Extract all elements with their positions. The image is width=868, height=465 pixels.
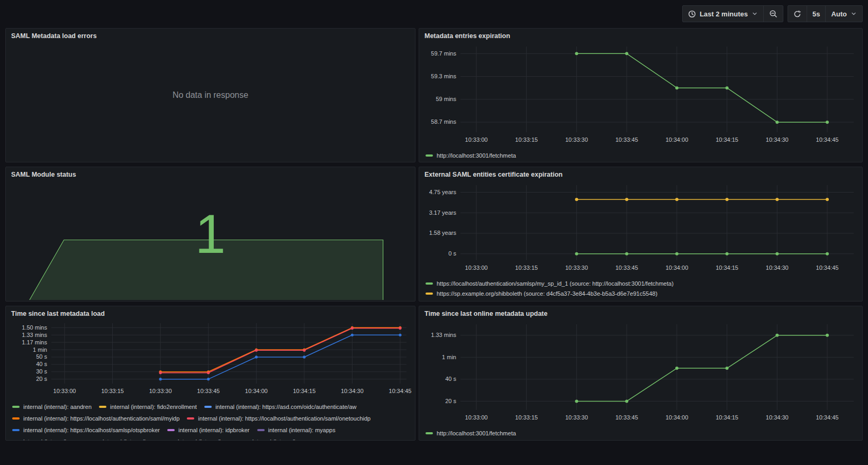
legend-series-dash: [99, 406, 106, 408]
svg-text:59.7 mins: 59.7 mins: [431, 50, 456, 57]
svg-text:10:33:45: 10:33:45: [616, 136, 638, 143]
legend-series-dash: [426, 154, 433, 157]
svg-text:1.50 mins: 1.50 mins: [22, 324, 47, 331]
metadata-entries-expiration-chart[interactable]: 10:33:0010:33:1510:33:3010:33:4510:34:00…: [423, 41, 859, 146]
svg-text:40 s: 40 s: [36, 361, 47, 367]
legend-series-label: internal (internal): wwaw: [252, 437, 315, 441]
svg-text:40 s: 40 s: [445, 376, 456, 382]
chart-legend: http://localhost:3001/fetchmeta: [423, 148, 858, 160]
svg-text:10:34:00: 10:34:00: [665, 414, 688, 421]
svg-text:10:34:15: 10:34:15: [293, 388, 315, 394]
legend-item[interactable]: internal (internal): ppe: [92, 437, 159, 441]
svg-text:10:33:30: 10:33:30: [565, 414, 588, 421]
legend-item[interactable]: internal (internal): https://localhost/a…: [187, 414, 370, 423]
legend-series-label: internal (internal): https://asd.com/oid…: [215, 403, 357, 411]
legend-series-dash: [426, 432, 433, 434]
refresh-interval-label: 5s: [812, 10, 820, 18]
auto-refresh-dropdown[interactable]: Auto: [825, 6, 862, 22]
refresh-interval-button[interactable]: 5s: [807, 6, 825, 22]
svg-text:30 s: 30 s: [36, 368, 47, 375]
svg-text:0 s: 0 s: [448, 250, 456, 257]
svg-text:50 s: 50 s: [36, 353, 47, 360]
legend-series-label: internal (internal): idpbroker: [178, 426, 250, 434]
refresh-icon: [793, 10, 801, 18]
time-since-update-chart[interactable]: 10:33:0010:33:1510:33:3010:33:4510:34:00…: [423, 319, 859, 424]
time-picker-group: Last 2 minutes: [682, 5, 783, 22]
chart-legend: internal (internal): aandreninternal (in…: [10, 399, 411, 441]
svg-text:4.75 years: 4.75 years: [429, 189, 457, 195]
svg-text:59.3 mins: 59.3 mins: [431, 73, 456, 79]
legend-series-dash: [257, 429, 265, 431]
chart-legend: http://localhost:3001/fetchmeta: [423, 426, 858, 437]
svg-text:10:34:30: 10:34:30: [341, 388, 364, 394]
svg-text:1.33 mins: 1.33 mins: [22, 332, 47, 338]
legend-series-label: internal (internal): https://localhost/a…: [23, 414, 179, 423]
svg-text:10:34:30: 10:34:30: [766, 414, 789, 421]
chevron-down-icon: [752, 11, 758, 17]
legend-series-label: internal (internal): https://localhost/a…: [198, 414, 370, 423]
legend-item[interactable]: internal (internal): aandren: [12, 403, 92, 411]
svg-text:10:33:30: 10:33:30: [565, 136, 588, 143]
svg-text:10:33:15: 10:33:15: [101, 388, 124, 394]
legend-item[interactable]: http://localhost:3001/fetchmeta: [426, 151, 516, 160]
legend-item[interactable]: https://localhost/authentication/samlsp/…: [426, 279, 856, 288]
legend-item[interactable]: https://sp.example.org/shibboleth (sourc…: [426, 289, 856, 298]
legend-item[interactable]: http://localhost:3001/fetchmeta: [426, 429, 516, 437]
svg-text:10:33:15: 10:33:15: [515, 136, 538, 143]
legend-item[interactable]: internal (internal): pss: [167, 437, 234, 441]
svg-text:10:34:45: 10:34:45: [816, 265, 839, 271]
svg-text:10:33:00: 10:33:00: [465, 414, 488, 421]
legend-series-dash: [426, 282, 433, 285]
legend-series-label: http://localhost:3001/fetchmeta: [437, 429, 516, 437]
time-range-picker-button[interactable]: Last 2 minutes: [683, 6, 763, 22]
panel-title[interactable]: SAML Module status: [6, 167, 415, 180]
legend-item[interactable]: internal (internal): myapps: [257, 426, 336, 434]
svg-text:10:34:00: 10:34:00: [665, 136, 688, 143]
svg-text:20 s: 20 s: [445, 398, 456, 404]
legend-series-label: http://localhost:3001/fetchmeta: [437, 151, 516, 160]
legend-series-dash: [204, 406, 212, 408]
svg-text:1.17 mins: 1.17 mins: [22, 339, 47, 345]
no-data-message: No data in response: [6, 29, 415, 162]
svg-text:10:34:15: 10:34:15: [716, 265, 738, 271]
zoom-out-button[interactable]: [763, 6, 783, 22]
panel-title[interactable]: Time since last online metadata update: [419, 306, 862, 319]
svg-text:10:33:30: 10:33:30: [149, 388, 172, 394]
svg-text:1 min: 1 min: [33, 347, 47, 353]
legend-series-label: internal (internal): fido2enrollment: [110, 403, 197, 411]
legend-series-label: https://localhost/authentication/samlsp/…: [437, 279, 674, 288]
svg-text:10:34:00: 10:34:00: [245, 388, 268, 394]
panel-cert-expiration: External SAML entities certificate expir…: [419, 167, 863, 302]
time-range-label: Last 2 minutes: [700, 10, 748, 18]
legend-series-label: internal (internal): myapps: [268, 426, 336, 434]
legend-series-label: https://sp.example.org/shibboleth (sourc…: [437, 289, 657, 298]
legend-item[interactable]: internal (internal): https://localhost/a…: [12, 414, 179, 423]
svg-text:10:34:00: 10:34:00: [665, 265, 688, 271]
svg-text:1 min: 1 min: [442, 354, 456, 360]
svg-text:10:34:30: 10:34:30: [766, 136, 789, 143]
svg-text:10:33:15: 10:33:15: [515, 265, 538, 271]
panel-title[interactable]: External SAML entities certificate expir…: [419, 167, 862, 180]
legend-item[interactable]: internal (internal): https://asd.com/oid…: [204, 403, 357, 411]
legend-item[interactable]: internal (internal): wwaw: [241, 437, 315, 441]
panel-time-since-online-update: Time since last online metadata update 1…: [419, 306, 863, 441]
svg-text:10:33:45: 10:33:45: [616, 265, 638, 271]
dashboard-toolbar: Last 2 minutes 5s Au: [682, 5, 863, 22]
chevron-down-icon: [851, 11, 857, 17]
panel-title[interactable]: Metadata entries expiration: [419, 29, 862, 41]
module-status-sparkline[interactable]: [6, 180, 415, 300]
time-since-load-chart[interactable]: 10:33:0010:33:1510:33:3010:33:4510:34:00…: [10, 319, 412, 397]
legend-series-label: internal (internal): ppe: [103, 437, 159, 441]
svg-text:59 mins: 59 mins: [436, 96, 456, 102]
legend-series-dash: [187, 417, 194, 420]
svg-text:10:33:00: 10:33:00: [53, 388, 76, 394]
legend-item[interactable]: internal (internal): https://localhost/s…: [12, 426, 160, 434]
grafana-dashboard: Last 2 minutes 5s Au: [0, 0, 868, 465]
cert-expiration-chart[interactable]: 10:33:0010:33:1510:33:3010:33:4510:34:00…: [423, 180, 859, 274]
panel-title[interactable]: Time since last metadata load: [6, 306, 415, 319]
legend-item[interactable]: internal (internal): fido2enrollment: [99, 403, 197, 411]
legend-series-label: internal (internal): https://localhost/s…: [23, 426, 160, 434]
legend-item[interactable]: internal (internal): idpbroker: [167, 426, 250, 434]
legend-item[interactable]: internal (internal): mysp: [12, 437, 84, 441]
refresh-button[interactable]: [788, 6, 807, 22]
